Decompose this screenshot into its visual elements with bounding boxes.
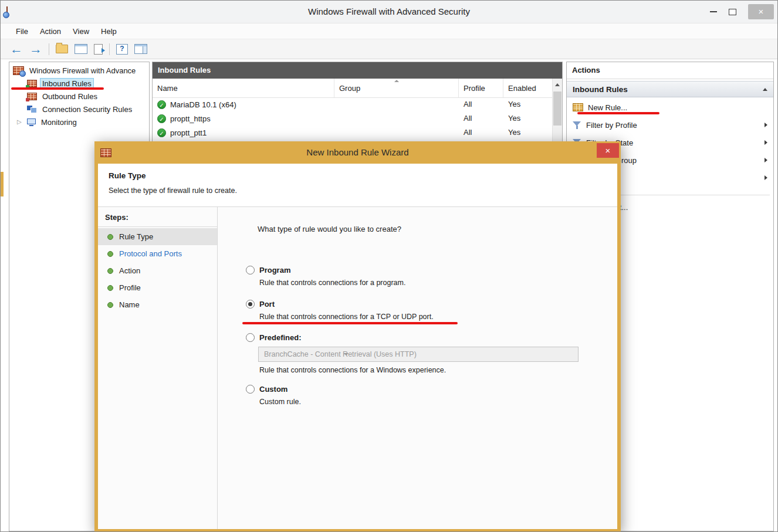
predefined-dropdown[interactable]: BranchCache - Content Retrieval (Uses HT… [258,347,579,362]
tree-item-label: Connection Security Rules [40,104,134,114]
column-header-group-label: Group [339,84,360,93]
back-icon[interactable]: ← [10,43,23,56]
rule-name: MariaDB 10.1 (x64) [170,100,236,109]
column-header-group[interactable]: Group [334,79,459,97]
wizard-page-subtitle: Select the type of firewall rule to crea… [109,187,617,195]
predefined-description: Rule that controls connections for a Win… [259,366,446,374]
radio-custom[interactable] [246,385,255,394]
radio-custom-label: Custom [259,385,287,394]
rule-row[interactable]: ✓ MariaDB 10.1 (x64) All Yes [153,97,552,111]
export-list-icon[interactable] [94,44,103,55]
step-bullet-icon [107,302,113,308]
tree-item-label: Monitoring [39,117,79,127]
expand-chevron-icon[interactable]: ▷ [17,119,22,125]
tree-item-label: Outbound Rules [40,92,99,101]
step-label: Action [119,266,140,275]
step-action[interactable]: Action [98,262,217,279]
rule-enabled: Yes [508,126,520,140]
enabled-check-icon: ✓ [157,100,166,109]
step-label: Profile [119,283,141,292]
rule-name: proptt_https [170,114,211,123]
show-console-tree-icon[interactable] [75,44,87,54]
radio-predefined[interactable] [246,333,255,342]
collapse-caret-icon[interactable] [763,88,767,91]
step-label: Name [119,300,140,309]
program-description: Rule that controls connections for a pro… [259,279,405,287]
close-button[interactable]: × [748,4,774,19]
rule-enabled: Yes [508,97,520,111]
toolbar: ← → ? [1,39,777,59]
submenu-arrow-icon [765,158,767,162]
menu-help[interactable]: Help [95,25,123,38]
scroll-up-button[interactable] [553,79,562,91]
annotation-underline-port-desc [242,322,458,324]
radio-option-predefined[interactable]: Predefined: [246,333,302,342]
funnel-icon [573,121,581,129]
sidebar-item-outbound-rules[interactable]: Outbound Rules [9,90,149,103]
column-header-name[interactable]: Name [153,79,334,97]
folder-icon[interactable] [56,45,68,53]
radio-option-port[interactable]: Port [246,300,275,309]
enabled-check-icon: ✓ [157,114,166,123]
list-panel-title: Inbound Rules [153,62,562,79]
main-window: Windows Firewall with Advanced Security … [0,0,778,532]
enabled-check-icon: ✓ [157,128,166,137]
firewall-icon [13,66,24,75]
rule-profile: All [464,126,472,140]
radio-option-program[interactable]: Program [246,266,290,275]
maximize-button[interactable] [729,9,736,15]
step-protocol-and-ports[interactable]: Protocol and Ports [98,245,217,262]
steps-label: Steps: [98,211,217,227]
rule-name: proptt_ptt1 [170,128,207,137]
column-header-enabled[interactable]: Enabled [503,79,553,97]
step-profile[interactable]: Profile [98,279,217,296]
sidebar-item-connection-security-rules[interactable]: Connection Security Rules [9,103,149,116]
wizard-steps-panel: Steps: Rule Type Protocol and Ports Acti… [98,207,218,529]
actions-panel-title: Actions [567,62,773,79]
show-action-pane-icon[interactable] [134,44,147,54]
annotation-underline-inbound-rules [11,87,104,90]
radio-port[interactable] [246,300,255,309]
chevron-down-icon [344,353,349,355]
wizard-close-button[interactable]: × [597,143,619,158]
radio-program[interactable] [246,266,255,275]
step-label: Rule Type [119,232,153,241]
tree-root-windows-firewall[interactable]: Windows Firewall with Advance [9,64,149,77]
filter-profile-label: Filter by Profile [586,121,637,130]
monitoring-icon [27,118,36,126]
rule-row[interactable]: ✓ proptt_ptt1 All Yes [153,126,552,140]
actions-section-inbound-rules[interactable]: Inbound Rules [567,81,773,97]
custom-description: Custom rule. [259,398,301,406]
minimize-button[interactable] [710,11,717,12]
wizard-page-heading: Rule Type [109,171,617,180]
tree-root-label: Windows Firewall with Advance [28,66,137,76]
scrollbar-thumb[interactable] [553,92,561,126]
rule-row[interactable]: ✓ proptt_https All Yes [153,111,552,126]
filter-by-profile-item[interactable]: Filter by Profile [567,116,773,134]
column-header-profile[interactable]: Profile [459,79,503,97]
step-bullet-icon [107,251,113,257]
window-title: Windows Firewall with Advanced Security [1,1,777,23]
menu-bar: File Action View Help [1,23,777,39]
menu-file[interactable]: File [10,25,34,38]
forward-icon[interactable]: → [29,43,42,56]
step-label: Protocol and Ports [119,249,182,258]
connection-security-icon [27,106,37,113]
menu-action[interactable]: Action [34,25,67,38]
step-name[interactable]: Name [98,296,217,313]
actions-section-label: Inbound Rules [573,85,628,94]
wizard-page-header: Rule Type Select the type of firewall ru… [98,164,617,207]
step-bullet-icon [107,234,113,240]
column-headers: Name Group Profile Enabled [153,79,552,98]
menu-view[interactable]: View [67,25,95,38]
rule-enabled: Yes [508,111,520,126]
new-rule-icon [573,103,583,111]
help-icon[interactable]: ? [116,44,128,55]
step-rule-type[interactable]: Rule Type [98,228,217,245]
wizard-title: New Inbound Rule Wizard [94,141,621,164]
sort-ascending-icon [394,80,399,82]
radio-option-custom[interactable]: Custom [246,385,287,394]
radio-predefined-label: Predefined: [259,333,302,342]
sidebar-item-monitoring[interactable]: ▷ Monitoring [9,116,149,128]
wizard-question: What type of rule would you like to crea… [258,225,401,233]
